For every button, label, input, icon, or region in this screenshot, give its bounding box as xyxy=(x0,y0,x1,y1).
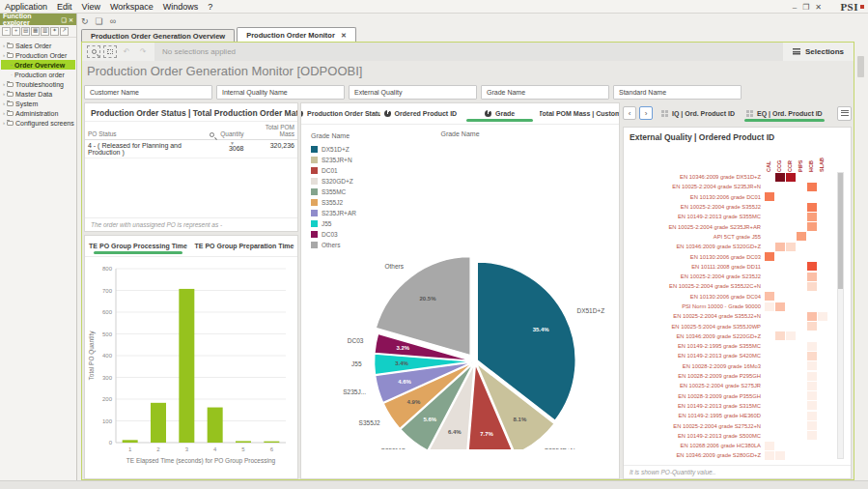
explorer-tool-icon-0[interactable]: − xyxy=(2,27,11,36)
tab-production-order-status[interactable]: Production Order Status xyxy=(301,103,380,124)
heatmap-cell-cal[interactable] xyxy=(765,292,774,301)
bar-3[interactable] xyxy=(179,289,194,443)
bar-2[interactable] xyxy=(151,403,166,443)
close-button[interactable]: ✕ xyxy=(815,3,822,12)
heatmap-cell-hcb[interactable] xyxy=(807,282,817,291)
row-label[interactable]: EN 10130:2006 grade DC04 xyxy=(624,294,765,300)
tab-list-button[interactable] xyxy=(837,106,852,121)
heatmap-cell-hcb[interactable] xyxy=(807,391,817,400)
tab-iq-ord-product-id[interactable]: IQ | Ord. Product ID xyxy=(656,104,741,122)
row-label[interactable]: EN 10025-2:2004 grade S275JR xyxy=(624,383,765,388)
sidebar-item-order-overview[interactable]: ·Order Overview xyxy=(1,60,75,70)
heatmap-cell-ccg[interactable] xyxy=(775,173,785,182)
smart-search-icon[interactable] xyxy=(87,45,100,58)
table-row[interactable]: 4 - ( Released for Planning and Producti… xyxy=(85,140,297,158)
row-label[interactable]: EN 10130:2006 grade DC01 xyxy=(624,194,765,200)
heatmap-cell-cal[interactable] xyxy=(765,451,774,460)
row-label[interactable]: EN 10111:2008 grade DD11 xyxy=(624,264,765,270)
row-label[interactable]: EN 10025-2:2004 grade S235JR+AR xyxy=(624,224,765,230)
heatmap-cell-ccg[interactable] xyxy=(775,331,785,340)
row-label[interactable]: EN 10025-2:2004 grade S235JR+N xyxy=(624,184,765,189)
heatmap-cell-cal[interactable] xyxy=(765,192,774,201)
explorer-tool-icon-2[interactable]: ▤ xyxy=(21,27,30,36)
row-label[interactable]: EN 10130:2006 grade DC03 xyxy=(624,254,765,260)
restore-button[interactable]: ❐ xyxy=(802,3,809,12)
heatmap-cell-hcb[interactable] xyxy=(807,421,817,430)
column-header-pips[interactable]: PIPS xyxy=(798,159,803,172)
filter-customer-name[interactable]: Customer Name xyxy=(84,85,212,100)
sidebar-item-system[interactable]: ›System xyxy=(1,99,75,108)
tab-prev-button[interactable]: ‹ xyxy=(623,106,636,120)
filter-external-quality[interactable]: External Quality xyxy=(349,85,477,100)
heatmap-cell-ccg[interactable] xyxy=(775,302,785,311)
row-label[interactable]: PSI Norm 10000 - Grade 90000 xyxy=(624,303,765,309)
sidebar-item-production-order[interactable]: ·Production order xyxy=(1,70,75,79)
heatmap-cell-cal[interactable] xyxy=(765,252,774,261)
heatmap-cell-hcb[interactable] xyxy=(807,352,817,360)
column-header-hcb[interactable]: HCB xyxy=(808,160,814,172)
row-label[interactable]: EN 10028-2:2009 grade 16Mo3 xyxy=(624,363,765,369)
tab-eq-ord-product-id[interactable]: EQ | Ord. Product ID xyxy=(741,104,828,122)
heatmap-cell-hcb[interactable] xyxy=(807,312,817,321)
heatmap-cell-hcb[interactable] xyxy=(807,342,817,351)
bar-5[interactable] xyxy=(236,441,251,443)
refresh-icon[interactable]: ↻ xyxy=(81,16,89,26)
tab-grade[interactable]: Grade xyxy=(461,103,540,124)
bar-1[interactable] xyxy=(123,440,138,443)
sidebar-item-master-data[interactable]: ›Master Data xyxy=(1,89,75,99)
filter-grade-name[interactable]: Grade Name xyxy=(481,85,609,100)
heatmap-cell-ccr[interactable] xyxy=(786,331,796,340)
filter-internal-quality-name[interactable]: Internal Quality Name xyxy=(216,85,345,100)
sidebar-item-production-order[interactable]: ›Production Order xyxy=(1,50,75,60)
minimize-button[interactable]: – xyxy=(793,3,797,12)
tab-te-po-group-preparation-time[interactable]: TE PO Group Preparation Time xyxy=(191,236,297,256)
heatmap-cell-hcb[interactable] xyxy=(807,262,817,271)
heatmap-cell-pips[interactable] xyxy=(797,232,806,241)
row-label[interactable]: EN 10346:2009 grade S280GD+Z xyxy=(624,452,765,458)
table-header-quantity[interactable]: Quantity xyxy=(217,122,246,140)
row-label[interactable]: EN 10149-2:1995 grade S355MC xyxy=(624,343,765,349)
row-label[interactable]: API 5CT grade J55 xyxy=(624,234,765,240)
menu-item-windows[interactable]: Windows xyxy=(158,2,204,12)
row-label[interactable]: EN 10025-2:2004 grade S355J2C+N xyxy=(624,283,765,289)
explorer-tool-icon-1[interactable]: + xyxy=(12,27,20,36)
step-forward-icon[interactable]: ↷ xyxy=(136,45,150,58)
tab-te-po-group-processing-time[interactable]: TE PO Group Processing Time xyxy=(85,236,191,256)
tab-total-pom-mass-custome-[interactable]: Total POM Mass | Custome... xyxy=(540,103,619,124)
heatmap-cell-ccg[interactable] xyxy=(775,451,785,460)
heatmap-cell-hcb[interactable] xyxy=(807,273,817,281)
heatmap-cell-slab[interactable] xyxy=(818,312,827,321)
filter-standard-name[interactable]: Standard Name xyxy=(613,85,742,100)
tab-ordered-product-id[interactable]: Ordered Product ID xyxy=(380,103,460,124)
menu-item-edit[interactable]: Edit xyxy=(52,2,77,12)
explorer-tool-icon-3[interactable]: ▦ xyxy=(31,27,40,36)
heatmap-cell-hcb[interactable] xyxy=(807,401,817,410)
heatmap-cell-hcb[interactable] xyxy=(807,222,817,231)
menu-item-[interactable]: ? xyxy=(203,2,217,12)
sidebar-item-sales-order[interactable]: ›Sales Order xyxy=(1,41,75,50)
row-label[interactable]: EN 10025-2:2004 grade S355J2+N xyxy=(624,313,765,319)
explorer-tool-icon-6[interactable]: ↗ xyxy=(60,27,69,36)
tab-close-icon[interactable]: ✕ xyxy=(341,32,347,40)
step-back-icon[interactable]: ↶ xyxy=(120,45,133,58)
heatmap-scrollbar[interactable] xyxy=(837,172,844,459)
heatmap-cell-ccg[interactable] xyxy=(775,243,785,251)
row-label[interactable]: EN 10028-2:2009 grade P295GH xyxy=(624,373,765,379)
row-label[interactable]: EN 10149-2:2013 grade S420MC xyxy=(624,353,765,359)
sidebar-item-administration[interactable]: ›Administration xyxy=(1,108,75,118)
row-label[interactable]: EN 10025-2:2004 grade S355J2 xyxy=(624,204,765,210)
column-header-cal[interactable]: CAL xyxy=(766,161,771,172)
bar-4[interactable] xyxy=(208,408,223,443)
selections-button[interactable]: Selections xyxy=(783,43,854,61)
heatmap-cell-hcb[interactable] xyxy=(807,372,817,381)
heatmap-cell-hcb[interactable] xyxy=(807,213,817,221)
row-label[interactable]: EN 10025-5:2004 grade S355J0WP xyxy=(624,324,765,330)
row-label[interactable]: EN 10149-2:2013 grade S355MC xyxy=(624,214,765,219)
heatmap-cell-ccr[interactable] xyxy=(786,243,796,251)
row-label[interactable]: EN 10346:2009 grade S220GD+Z xyxy=(624,333,765,339)
column-header-ccr[interactable]: CCR xyxy=(787,160,793,172)
copy-icon[interactable]: ❏ xyxy=(96,16,103,26)
sidebar-item-troubleshooting[interactable]: ›Troubleshooting xyxy=(1,79,75,89)
heatmap-cell-hcb[interactable] xyxy=(807,322,817,331)
menu-item-application[interactable]: Application xyxy=(0,2,52,12)
